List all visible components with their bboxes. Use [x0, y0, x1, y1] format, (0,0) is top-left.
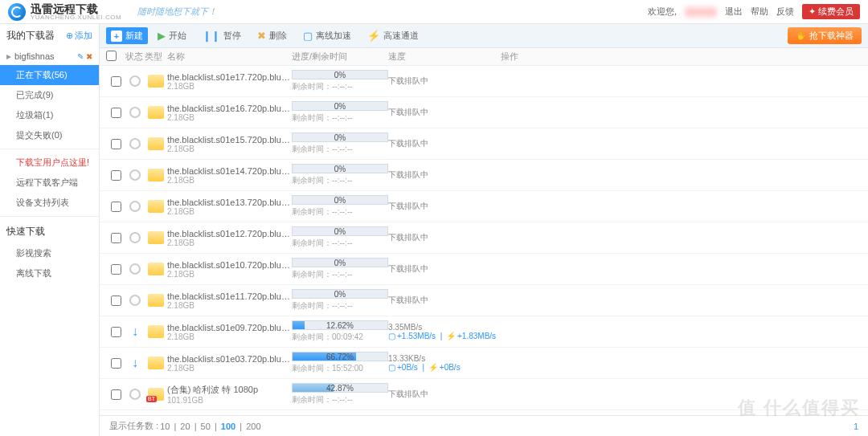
file-name: the.blacklist.s01e15.720p.bluray.x264-de… — [167, 135, 292, 145]
bolt-icon: ⚡ — [428, 363, 438, 372]
hispeed-button[interactable]: ⚡高速通道 — [361, 27, 425, 44]
file-name: the.blacklist.s01e14.720p.bluray.x264-de… — [167, 166, 292, 176]
app-title: 迅雷远程下载 — [31, 3, 121, 14]
progress-bar: 42.87% — [292, 383, 388, 393]
xunlei-logo-icon — [8, 3, 26, 21]
row-checkbox[interactable] — [111, 264, 121, 275]
file-size: 2.18GB — [167, 207, 292, 216]
download-row[interactable]: the.blacklist.s01e14.720p.bluray.x264-de… — [100, 160, 868, 191]
footer: 显示任务数 : 10 | 20 | 50 | 100 | 200 1 — [100, 415, 868, 436]
download-row[interactable]: the.blacklist.s01e17.720p.bluray.x264-de… — [100, 66, 868, 97]
download-row[interactable]: ↓ the.blacklist.s01e03.720p.bluray.x264-… — [100, 348, 868, 379]
file-type-icon — [148, 263, 164, 275]
row-checkbox[interactable] — [111, 358, 121, 369]
bolt-icon: ⚡ — [367, 30, 380, 42]
hand-icon: ✋ — [796, 31, 807, 41]
delete-icon: ✖ — [257, 30, 266, 42]
row-checkbox[interactable] — [111, 76, 121, 87]
offline-accel-button[interactable]: ▢离线加速 — [297, 27, 358, 44]
download-row[interactable]: ↓ the.blacklist.s01e09.720p.bluray.x264-… — [100, 316, 868, 348]
quick-item-0[interactable]: 影视搜索 — [0, 243, 99, 263]
delete-button[interactable]: ✖删除 — [251, 27, 293, 44]
remaining-time: 剩余时间：--:--:-- — [292, 81, 388, 92]
row-checkbox[interactable] — [111, 389, 121, 400]
chevron-icon: ▸ — [6, 51, 11, 62]
feedback-link[interactable]: 反馈 — [776, 6, 794, 18]
waiting-icon — [129, 201, 141, 212]
sidebar-link-1[interactable]: 远程下载客户端 — [0, 173, 99, 193]
download-row[interactable]: the.blacklist.s01e13.720p.bluray.x264-de… — [100, 191, 868, 222]
remaining-time: 剩余时间：--:--:-- — [292, 144, 388, 155]
device-row[interactable]: ▸ bigfishnas ✎ ✖ — [0, 47, 99, 65]
row-checkbox[interactable] — [111, 295, 121, 306]
pagesize-option[interactable]: 100 — [221, 422, 235, 431]
pagesize-label: 显示任务数 : — [109, 420, 158, 432]
waiting-icon — [129, 232, 141, 243]
download-row[interactable]: the.blacklist.s01e16.720p.bluray.x264-de… — [100, 97, 868, 128]
grab-tool-button[interactable]: ✋抢下载神器 — [788, 27, 862, 44]
waiting-icon — [129, 389, 141, 400]
pagesize-option[interactable]: 50 — [201, 422, 211, 431]
sidebar-item-1[interactable]: 已完成(9) — [0, 85, 99, 105]
new-button[interactable]: +新建 — [106, 27, 148, 44]
waiting-icon — [129, 107, 141, 118]
remaining-time: 剩余时间：--:--:-- — [292, 394, 388, 405]
sidebar-item-3[interactable]: 提交失败(0) — [0, 125, 99, 145]
remaining-time: 剩余时间：--:--:-- — [292, 238, 388, 249]
pause-icon: ❙❙ — [203, 30, 220, 42]
col-type: 类型 — [145, 51, 167, 63]
help-link[interactable]: 帮助 — [751, 6, 768, 18]
speed-text: 下载排队中 — [388, 138, 501, 149]
pagesize-option[interactable]: 10 — [160, 422, 170, 431]
col-op: 操作 — [501, 51, 862, 63]
progress-bar: 0% — [292, 226, 388, 236]
pagesize-option[interactable]: 200 — [246, 422, 260, 431]
sidebar-link-2[interactable]: 设备支持列表 — [0, 193, 99, 213]
edit-icon[interactable]: ✎ — [77, 52, 84, 61]
page-number[interactable]: 1 — [854, 422, 858, 431]
remaining-time: 剩余时间：00:09:42 — [292, 332, 388, 343]
speed-text: 下载排队中 — [388, 263, 501, 275]
delete-icon[interactable]: ✖ — [86, 52, 92, 61]
download-row[interactable]: the.blacklist.s01e12.720p.bluray.x264-de… — [100, 222, 868, 254]
download-row[interactable]: (合集) 哈利波 特 1080p101.91GB 42.87% 剩余时间：--:… — [100, 379, 868, 410]
sidebar-item-0[interactable]: 正在下载(56) — [0, 65, 99, 85]
remaining-time: 剩余时间：--:--:-- — [292, 112, 388, 124]
device-name: bigfishnas — [14, 51, 74, 61]
file-name: the.blacklist.s01e10.720p.bluray.x264-de… — [167, 260, 292, 270]
start-button[interactable]: ▶开始 — [151, 27, 193, 44]
row-checkbox[interactable] — [111, 108, 121, 118]
progress-bar: 0% — [292, 195, 388, 205]
logout-link[interactable]: 退出 — [725, 6, 743, 18]
pause-button[interactable]: ❙❙暂停 — [196, 27, 248, 44]
file-type-icon — [148, 325, 164, 338]
row-checkbox[interactable] — [111, 202, 121, 212]
speed-text: 下载排队中 — [388, 295, 501, 306]
download-row[interactable]: the.blacklist.s01e10.720p.bluray.x264-de… — [100, 254, 868, 285]
renew-button[interactable]: ✦ 续费会员 — [802, 4, 860, 19]
download-row[interactable]: the.blacklist.s01e11.720p.bluray.x264-de… — [100, 285, 868, 316]
file-size: 2.18GB — [167, 82, 292, 91]
add-device-button[interactable]: 添加 — [66, 30, 92, 42]
quick-item-1[interactable]: 离线下载 — [0, 263, 99, 283]
username-redacted — [685, 7, 717, 17]
logo[interactable]: 迅雷远程下载 YUANCHENG.XUNLEI.COM — [8, 3, 121, 21]
row-checkbox[interactable] — [111, 233, 121, 243]
speed-text: 3.35MB/s — [388, 323, 501, 332]
file-size: 2.18GB — [167, 113, 292, 122]
download-row[interactable]: the.blacklist.s01e15.720p.bluray.x264-de… — [100, 128, 868, 160]
file-type-icon — [148, 294, 164, 307]
file-type-icon — [148, 137, 164, 150]
col-progress: 进度/剩余时间 — [292, 51, 388, 63]
row-checkbox[interactable] — [111, 327, 121, 337]
pagesize-option[interactable]: 20 — [180, 422, 190, 431]
file-type-icon — [148, 231, 164, 244]
row-checkbox[interactable] — [111, 170, 121, 181]
file-size: 2.18GB — [167, 364, 292, 373]
progress-bar: 0% — [292, 258, 388, 267]
row-checkbox[interactable] — [111, 139, 121, 149]
sidebar-item-2[interactable]: 垃圾箱(1) — [0, 105, 99, 125]
sidebar-link-0[interactable]: 下载宝用户点这里! — [0, 153, 99, 173]
select-all-checkbox[interactable] — [106, 51, 117, 61]
screen-icon: ▢ — [388, 363, 395, 372]
